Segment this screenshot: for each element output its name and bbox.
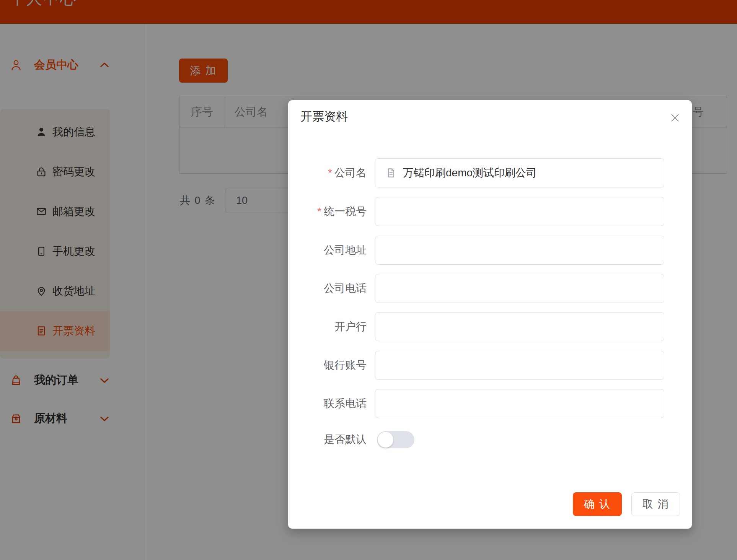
form-row-tax-number: * 统一税号 [288, 197, 692, 226]
toggle-knob [378, 432, 393, 448]
document-icon [385, 167, 397, 179]
form-row-is-default: 是否默认 [288, 430, 692, 449]
bank-input[interactable] [375, 312, 664, 341]
field-label: 公司地址 [288, 236, 367, 265]
bank-account-input[interactable] [375, 351, 664, 380]
tax-number-input[interactable] [375, 197, 664, 226]
company-name-value: 万锘印刷demo测试印刷公司 [403, 166, 537, 180]
field-label: 联系电话 [288, 389, 367, 418]
company-address-input[interactable] [375, 236, 664, 265]
form-row-company-address: 公司地址 [288, 236, 692, 265]
form-row-company-name: * 公司名 万锘印刷demo测试印刷公司 [288, 158, 692, 187]
field-label: 开户行 [288, 312, 367, 341]
cancel-button[interactable]: 取 消 [631, 492, 680, 516]
default-toggle-switch[interactable] [377, 431, 414, 448]
invoice-info-modal: 开票资料 * 公司名 万锘印刷demo测试印刷公司 * 统一税号 公司地址 [288, 100, 692, 529]
modal-title: 开票资料 [300, 109, 348, 125]
field-label: 是否默认 [288, 430, 367, 449]
required-mark: * [317, 205, 321, 218]
field-label: * 公司名 [288, 158, 367, 187]
form-row-company-phone: 公司电话 [288, 274, 692, 303]
field-label: * 统一税号 [288, 197, 367, 226]
form-row-bank: 开户行 [288, 312, 692, 341]
contact-phone-input[interactable] [375, 389, 664, 418]
required-mark: * [328, 167, 332, 179]
confirm-button[interactable]: 确 认 [573, 492, 622, 516]
close-icon[interactable] [669, 110, 684, 125]
company-name-input[interactable]: 万锘印刷demo测试印刷公司 [375, 158, 664, 187]
field-label: 公司电话 [288, 274, 367, 303]
field-label: 银行账号 [288, 351, 367, 380]
form-row-contact-phone: 联系电话 [288, 389, 692, 418]
company-phone-input[interactable] [375, 274, 664, 303]
form-row-bank-account: 银行账号 [288, 351, 692, 380]
